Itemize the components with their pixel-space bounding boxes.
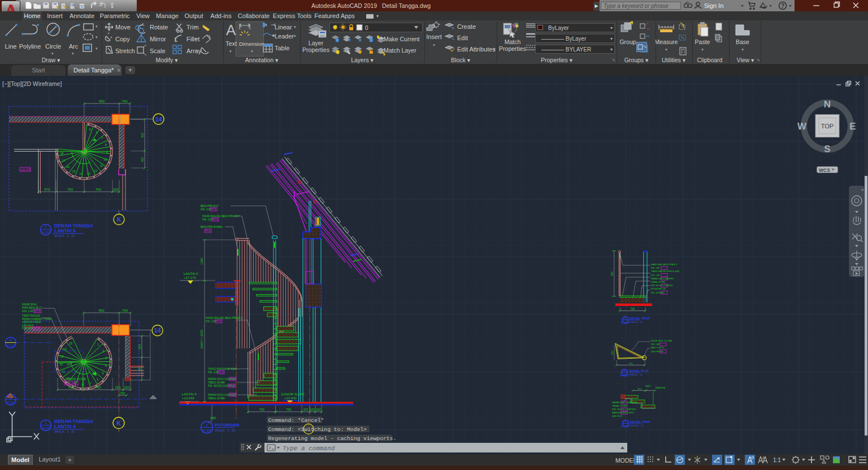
svg-text:950: 950 [611,271,614,276]
svg-text:SKALA 1 : 10: SKALA 1 : 10 [630,321,644,324]
svg-text:Scale: Scale [150,48,166,54]
svg-text:SKALA 1 : 20: SKALA 1 : 20 [54,234,75,238]
svg-text:TEBAL 30 MM: TEBAL 30 MM [612,404,628,407]
svg-text:4: 4 [10,338,12,342]
svg-text:13: 13 [87,172,90,175]
svg-text:SKALA 1 : 10: SKALA 1 : 10 [629,373,643,376]
svg-text:Rotate: Rotate [150,24,168,31]
svg-text:LANTAI 5: LANTAI 5 [184,272,198,275]
svg-text:Copy: Copy [115,36,130,42]
svg-text:+17.170: +17.170 [184,276,197,279]
svg-text:A7-2b7: A7-2b7 [620,321,630,325]
svg-text:▾: ▾ [195,49,197,53]
svg-text:LANTAI 4: LANTAI 4 [54,424,76,429]
svg-text:TIANG RAILING Ø 40Mn: TIANG RAILING Ø 40Mn [208,368,237,370]
svg-text:FIN. CAT: FIN. CAT [202,218,213,221]
svg-text:6: 6 [96,131,98,134]
svg-text:A7-2b7: A7-2b7 [621,425,630,428]
svg-text:17: 17 [62,159,65,162]
svg-text:PELAT BETON: PELAT BETON [651,288,666,290]
svg-text:LAS PENUH: LAS PENUH [651,351,663,353]
svg-text:DETAIL PLAT: DETAIL PLAT [629,369,649,373]
svg-text:2: 2 [45,225,47,229]
svg-text:PT.5: PT.5 [211,208,216,211]
svg-text:670: 670 [44,188,50,191]
svg-text:A6-008: A6-008 [41,426,50,430]
svg-text:TRAP TANGGA: TRAP TANGGA [22,314,41,317]
svg-text:Polyline: Polyline [19,43,41,50]
svg-text:A7-2b7: A7-2b7 [202,429,211,432]
svg-text:▾: ▾ [493,48,496,51]
svg-text:DETAIL TRAP: DETAIL TRAP [630,317,650,320]
svg-text:Edit Attributes: Edit Attributes [457,46,496,53]
svg-text:A1-007: A1-007 [41,231,50,234]
svg-text:7: 7 [624,419,627,423]
svg-text:FIN. CAT: FIN. CAT [206,320,216,323]
svg-text:HAND RAILING BESI PIPA Ø 2": HAND RAILING BESI PIPA Ø 2" [202,215,240,218]
svg-text:▾: ▾ [96,35,98,39]
svg-text:BAUT DIA 16: BAUT DIA 16 [651,347,664,349]
svg-text:Insert: Insert [426,33,442,40]
svg-text:S: S [824,144,830,154]
svg-text:16X07 = 3230: 16X07 = 3230 [200,330,203,349]
svg-text:FIN. CAT: FIN. CAT [22,327,33,330]
svg-text:DETAIL TRAP: DETAIL TRAP [630,420,650,424]
svg-text:▾: ▾ [72,51,74,55]
svg-text:450: 450 [141,157,144,162]
svg-text:Layer: Layer [309,40,324,46]
svg-text:PT.31: PT.31 [229,385,236,387]
svg-text:▾: ▾ [294,34,296,38]
svg-text:Group: Group [619,38,636,45]
svg-text:▾: ▾ [251,49,253,53]
svg-text:700: 700 [629,362,633,365]
svg-text:A7-2b7: A7-2b7 [620,374,629,377]
svg-text:RANGKA: RANGKA [656,386,665,389]
svg-text:750: 750 [67,188,73,191]
svg-text:12: 12 [94,169,97,173]
svg-text:250: 250 [637,387,642,390]
svg-text:FIN. CAT: FIN. CAT [22,309,33,313]
svg-text:LAS-KILA: LAS-KILA [22,324,34,327]
svg-text:14: 14 [154,327,161,334]
svg-text:Text: Text [225,40,237,47]
svg-text:200: 200 [113,188,119,191]
svg-text:×: × [861,187,864,192]
svg-text:8: 8 [82,383,84,386]
svg-text:10: 10 [103,158,107,161]
svg-text:FIN. WOOD COATING: FIN. WOOD COATING [651,284,673,287]
svg-text:SKALA 1 : 20: SKALA 1 : 20 [215,429,235,432]
svg-text:Type a command: Type a command [283,445,335,452]
svg-text:PT.5: PT.5 [212,218,218,221]
svg-text:PAPAN KAYU KAMPER: PAPAN KAYU KAMPER [612,401,637,404]
svg-text:7: 7 [90,382,92,385]
svg-text:JUNIOR SUITE: JUNIOR SUITE [64,377,86,381]
svg-text:UP: UP [67,363,71,366]
svg-text:▾: ▾ [195,37,197,41]
svg-text:18: 18 [60,152,63,155]
svg-text:Mirror: Mirror [150,36,166,42]
svg-text:+RANGKA BESI: +RANGKA BESI [22,321,41,324]
svg-text:KD.5: KD.5 [230,394,236,396]
svg-text:PT.5: PT.5 [216,320,222,323]
svg-text:Base: Base [736,38,749,45]
svg-text:PT.5: PT.5 [34,309,40,313]
svg-text:16: 16 [66,165,70,169]
svg-text:760: 760 [95,386,101,389]
svg-text:+12.170: +12.170 [20,168,30,171]
svg-text:▾: ▾ [701,48,704,51]
svg-text:N: N [824,99,831,110]
svg-text:925: 925 [138,344,141,350]
svg-text:250: 250 [611,351,614,355]
svg-text:Line: Line [5,43,17,50]
svg-text:A7-2b7: A7-2b7 [6,344,15,347]
svg-text:Match Layer: Match Layer [384,48,416,54]
svg-text:8: 8 [105,143,107,146]
svg-text:950: 950 [98,309,105,312]
svg-text:0: 0 [365,25,368,31]
svg-text:14: 14 [79,172,83,175]
svg-text:1000: 1000 [210,417,216,420]
svg-text:Measure: Measure [656,38,678,45]
svg-text:FIN. CAT: FIN. CAT [201,208,211,211]
svg-text:Leader: Leader [275,33,294,40]
svg-text:150: 150 [124,386,130,389]
